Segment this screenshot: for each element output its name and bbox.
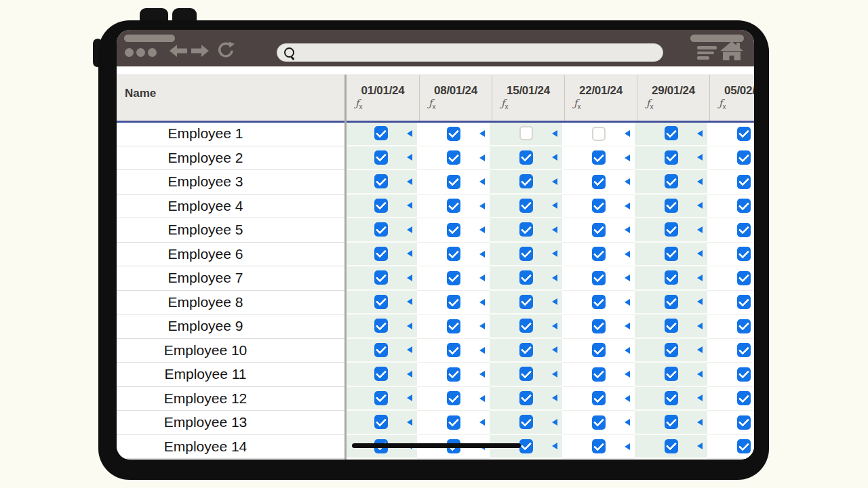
attendance-checkbox[interactable]: [737, 247, 751, 261]
attendance-checkbox[interactable]: [519, 367, 533, 381]
attendance-checkbox[interactable]: [592, 367, 606, 382]
attendance-checkbox[interactable]: [374, 270, 388, 285]
attendance-checkbox[interactable]: [665, 415, 678, 429]
attendance-checkbox[interactable]: [665, 199, 678, 213]
attendance-checkbox[interactable]: [737, 175, 751, 189]
attendance-checkbox[interactable]: [592, 271, 606, 285]
attendance-checkbox[interactable]: [519, 247, 533, 261]
attendance-checkbox[interactable]: [374, 391, 388, 405]
date-column-header[interactable]: 05/02/24ƒx: [709, 75, 754, 121]
attendance-checkbox[interactable]: [665, 222, 678, 237]
attendance-checkbox[interactable]: [519, 415, 533, 429]
date-column-header[interactable]: 15/01/24ƒx: [492, 75, 564, 121]
employee-name-cell[interactable]: Employee 13: [117, 411, 344, 435]
attendance-checkbox[interactable]: [737, 391, 751, 405]
attendance-checkbox[interactable]: [665, 295, 678, 309]
menu-icon[interactable]: [697, 46, 717, 62]
attendance-checkbox[interactable]: [665, 343, 678, 357]
window-control-dot[interactable]: [136, 48, 145, 57]
attendance-checkbox[interactable]: [592, 439, 606, 453]
attendance-checkbox[interactable]: [374, 222, 388, 237]
attendance-checkbox[interactable]: [665, 247, 678, 261]
attendance-checkbox[interactable]: [519, 319, 533, 333]
attendance-checkbox[interactable]: [592, 319, 606, 333]
employee-name-cell[interactable]: Employee 10: [117, 339, 344, 363]
forward-icon[interactable]: [191, 45, 209, 57]
attendance-checkbox[interactable]: [447, 175, 460, 189]
attendance-checkbox[interactable]: [592, 199, 606, 213]
attendance-checkbox[interactable]: [447, 319, 460, 333]
employee-name-cell[interactable]: Employee 11: [117, 363, 344, 387]
attendance-checkbox[interactable]: [374, 415, 388, 429]
attendance-checkbox[interactable]: [519, 343, 533, 357]
attendance-checkbox[interactable]: [665, 391, 678, 405]
attendance-checkbox[interactable]: [592, 247, 606, 261]
attendance-checkbox[interactable]: [519, 174, 533, 188]
attendance-checkbox[interactable]: [447, 295, 460, 309]
home-icon[interactable]: [720, 41, 743, 62]
employee-name-cell[interactable]: Employee 9: [117, 314, 344, 339]
attendance-checkbox[interactable]: [737, 295, 751, 309]
attendance-checkbox[interactable]: [665, 367, 678, 381]
attendance-checkbox[interactable]: [447, 150, 460, 165]
attendance-checkbox[interactable]: [374, 126, 388, 140]
attendance-checkbox[interactable]: [592, 175, 606, 189]
employee-name-cell[interactable]: Employee 14: [117, 435, 344, 460]
attendance-checkbox[interactable]: [737, 319, 751, 333]
attendance-checkbox[interactable]: [592, 127, 606, 141]
attendance-checkbox[interactable]: [447, 199, 460, 213]
employee-name-cell[interactable]: Employee 5: [117, 218, 344, 243]
date-column-header[interactable]: 01/01/24ƒx: [347, 75, 419, 121]
attendance-checkbox[interactable]: [592, 223, 606, 237]
attendance-checkbox[interactable]: [519, 270, 533, 285]
date-column-header[interactable]: 22/01/24ƒx: [564, 75, 637, 121]
date-column-header[interactable]: 29/01/24ƒx: [637, 75, 709, 121]
employee-name-cell[interactable]: Employee 8: [117, 291, 344, 315]
frozen-column-divider[interactable]: [344, 75, 347, 460]
attendance-checkbox[interactable]: [447, 367, 460, 382]
attendance-checkbox[interactable]: [665, 150, 678, 165]
attendance-checkbox[interactable]: [374, 150, 388, 165]
attendance-checkbox[interactable]: [665, 270, 678, 285]
attendance-checkbox[interactable]: [592, 150, 606, 165]
attendance-checkbox[interactable]: [519, 391, 533, 405]
attendance-checkbox[interactable]: [519, 126, 533, 140]
attendance-checkbox[interactable]: [737, 199, 751, 213]
attendance-checkbox[interactable]: [737, 367, 751, 382]
window-control-dot[interactable]: [125, 48, 134, 57]
attendance-checkbox[interactable]: [447, 247, 460, 261]
attendance-checkbox[interactable]: [665, 174, 678, 188]
attendance-checkbox[interactable]: [519, 222, 533, 237]
address-bar[interactable]: [277, 43, 663, 62]
employee-name-cell[interactable]: Employee 12: [117, 387, 344, 411]
attendance-checkbox[interactable]: [374, 174, 388, 188]
reload-icon[interactable]: [216, 41, 235, 60]
employee-name-cell[interactable]: Employee 4: [117, 195, 344, 219]
attendance-checkbox[interactable]: [665, 319, 678, 333]
attendance-checkbox[interactable]: [374, 295, 388, 309]
attendance-checkbox[interactable]: [374, 247, 388, 261]
employee-name-cell[interactable]: Employee 3: [117, 170, 344, 195]
attendance-checkbox[interactable]: [374, 319, 388, 333]
attendance-checkbox[interactable]: [447, 415, 460, 430]
name-column-header[interactable]: Name: [117, 75, 347, 121]
employee-name-cell[interactable]: Employee 6: [117, 243, 344, 267]
attendance-checkbox[interactable]: [737, 271, 751, 285]
attendance-checkbox[interactable]: [519, 150, 533, 165]
attendance-checkbox[interactable]: [665, 439, 678, 453]
attendance-checkbox[interactable]: [447, 391, 460, 405]
attendance-checkbox[interactable]: [737, 343, 751, 357]
attendance-checkbox[interactable]: [592, 415, 606, 430]
attendance-checkbox[interactable]: [737, 415, 751, 430]
attendance-checkbox[interactable]: [592, 343, 606, 357]
attendance-checkbox[interactable]: [374, 343, 388, 357]
attendance-checkbox[interactable]: [737, 127, 751, 141]
employee-name-cell[interactable]: Employee 7: [117, 266, 344, 291]
attendance-checkbox[interactable]: [665, 126, 678, 140]
attendance-checkbox[interactable]: [592, 391, 606, 405]
attendance-checkbox[interactable]: [519, 439, 533, 453]
date-column-header[interactable]: 08/01/24ƒx: [419, 75, 492, 121]
attendance-checkbox[interactable]: [447, 127, 460, 141]
attendance-checkbox[interactable]: [447, 343, 460, 357]
attendance-checkbox[interactable]: [737, 150, 751, 165]
